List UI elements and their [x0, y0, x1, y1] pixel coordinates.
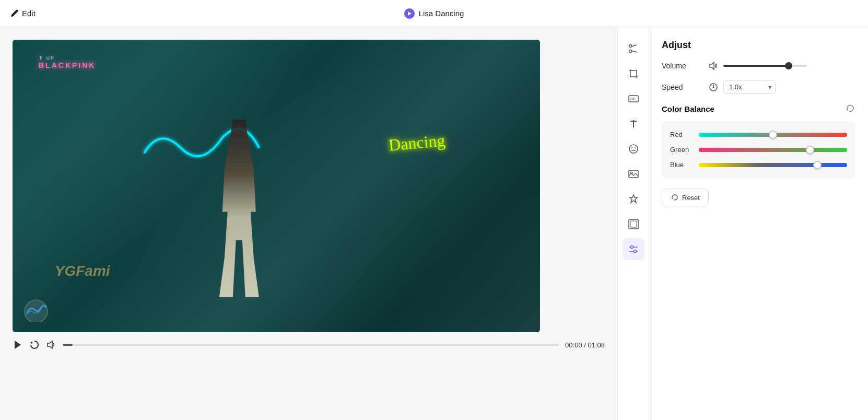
red-row: Red [670, 131, 847, 138]
svg-rect-19 [630, 221, 637, 227]
tool-frame[interactable] [623, 213, 644, 235]
captions-icon: CC [628, 93, 639, 104]
svg-point-23 [634, 250, 636, 253]
color-balance-header: Color Balance [662, 103, 855, 114]
edit-label: Edit [22, 9, 36, 18]
reset-icon [671, 193, 679, 202]
volume-speaker-icon [709, 61, 718, 71]
tool-crop[interactable] [623, 63, 644, 85]
speed-icon [709, 83, 718, 92]
volume-row: Volume [662, 61, 855, 71]
video-frame: ⬆ UP BLACKPINK Dancing YGFam [13, 40, 540, 332]
emoji-icon [628, 143, 639, 155]
header-title-area: Lisa Dancing [404, 8, 464, 19]
tool-captions[interactable]: CC [623, 88, 644, 110]
video-player[interactable]: ⬆ UP BLACKPINK Dancing YGFam [13, 40, 540, 332]
svg-marker-2 [30, 341, 32, 344]
volume-label: Volume [662, 62, 709, 70]
svg-marker-24 [710, 62, 714, 69]
red-label: Red [670, 131, 699, 138]
svg-text:CC: CC [630, 97, 636, 101]
blue-label: Blue [670, 161, 699, 169]
volume-icon [709, 61, 718, 71]
green-row: Green [670, 146, 847, 154]
svg-line-7 [631, 51, 637, 52]
scissors-icon [628, 43, 639, 54]
svg-point-21 [630, 246, 633, 249]
graffiti-text: YGFami [55, 263, 110, 279]
text-icon [628, 118, 639, 130]
play-icon [404, 8, 415, 19]
color-balance-panel: Red Green Blue [662, 121, 855, 178]
adjust-icon [628, 243, 639, 255]
speed-select[interactable]: 0.5x 0.75x 1.0x 1.25x 1.5x 2.0x [723, 80, 776, 94]
neon-sign-blue [128, 122, 275, 169]
replay-button[interactable] [29, 340, 40, 350]
red-slider[interactable] [699, 133, 847, 137]
svg-point-13 [631, 147, 632, 148]
sidebar-tools: CC [617, 27, 649, 420]
tool-effects[interactable] [623, 188, 644, 210]
video-area: ⬆ UP BLACKPINK Dancing YGFam [0, 27, 617, 420]
color-balance-reset-button[interactable] [845, 103, 855, 114]
color-balance-title: Color Balance [662, 104, 714, 113]
svg-point-26 [713, 86, 714, 88]
svg-marker-27 [846, 109, 848, 111]
speed-label: Speed [662, 83, 709, 91]
frame-icon [628, 218, 639, 230]
speed-row: Speed 0.5x 0.75x 1.0x 1.25x 1.5x 2.0x [662, 80, 855, 94]
green-slider[interactable] [699, 148, 847, 152]
panel-title: Adjust [662, 40, 855, 51]
edit-icon [10, 9, 19, 18]
blue-row: Blue [670, 161, 847, 169]
svg-point-5 [629, 50, 631, 53]
green-label: Green [670, 146, 699, 154]
svg-point-14 [635, 147, 636, 148]
tool-text[interactable] [623, 113, 644, 135]
progress-fill [63, 344, 73, 346]
svg-point-12 [629, 145, 638, 153]
reset-button[interactable]: Reset [662, 189, 709, 206]
tool-image[interactable] [623, 163, 644, 185]
video-title: Lisa Dancing [419, 9, 464, 18]
edit-button[interactable]: Edit [10, 9, 36, 18]
volume-slider-container[interactable] [723, 65, 855, 67]
bp-logo: ⬆ UP BLACKPINK [39, 55, 96, 70]
svg-line-6 [631, 45, 637, 46]
header: Edit Lisa Dancing [0, 0, 868, 27]
green-slider-thumb[interactable] [806, 146, 814, 154]
tool-adjust[interactable] [623, 238, 644, 260]
replay-icon [29, 340, 40, 350]
svg-marker-28 [672, 198, 673, 200]
play-button[interactable] [13, 340, 23, 350]
main-content: ⬆ UP BLACKPINK Dancing YGFam [0, 27, 868, 420]
volume-slider-thumb[interactable] [785, 62, 792, 69]
svg-point-4 [629, 45, 631, 48]
wave-logo [23, 298, 49, 322]
volume-slider-track[interactable] [723, 65, 807, 67]
reset-color-icon [845, 103, 855, 114]
star-icon [628, 193, 639, 205]
tool-emoji[interactable] [623, 138, 644, 160]
svg-marker-1 [15, 341, 21, 349]
crop-icon [628, 68, 639, 79]
svg-marker-17 [630, 195, 637, 203]
image-icon [628, 168, 639, 180]
video-overlay [13, 40, 540, 332]
speed-dial-icon [709, 83, 718, 92]
playback-controls: 00:00 / 01:08 [13, 340, 617, 350]
red-slider-thumb[interactable] [769, 131, 777, 139]
play-icon [13, 340, 23, 350]
tool-cut[interactable] [623, 38, 644, 60]
right-panel: Adjust Volume Speed [649, 27, 868, 420]
volume-icon [46, 340, 56, 350]
svg-rect-15 [629, 170, 638, 178]
speed-select-wrapper[interactable]: 0.5x 0.75x 1.0x 1.25x 1.5x 2.0x [723, 80, 776, 94]
blue-slider-thumb[interactable] [813, 161, 822, 169]
mute-button[interactable] [46, 340, 56, 350]
blue-slider[interactable] [699, 163, 847, 167]
progress-bar[interactable] [63, 344, 559, 346]
svg-marker-3 [48, 341, 52, 348]
time-display: 00:00 / 01:08 [565, 341, 605, 349]
reset-label: Reset [682, 194, 700, 202]
